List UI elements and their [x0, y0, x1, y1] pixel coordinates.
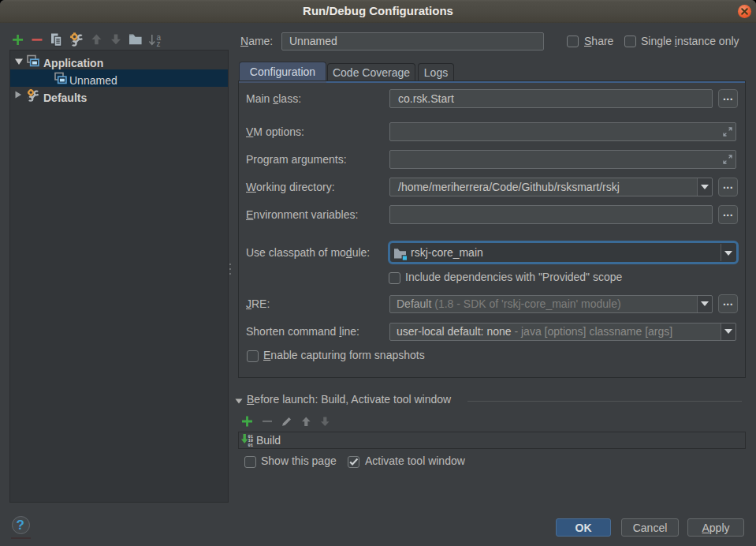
svg-text:z: z	[157, 39, 161, 48]
svg-text:01: 01	[248, 443, 254, 448]
